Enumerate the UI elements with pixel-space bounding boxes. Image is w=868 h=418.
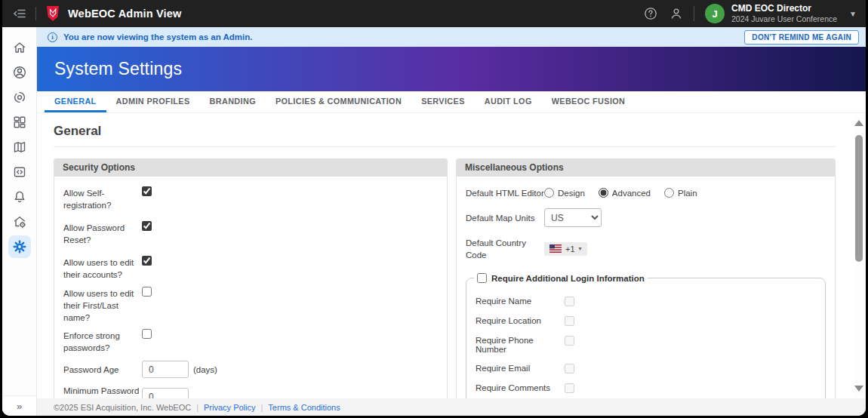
field-label: Require Name (476, 297, 565, 306)
copyright-text: ©2025 ESI Acquisition, Inc. WebEOC (54, 403, 191, 412)
require-login-info-group: Require Additional Login Information Req… (466, 273, 826, 398)
field-label: Password Age (63, 363, 142, 376)
fieldset-legend: Require Additional Login Information (491, 274, 645, 283)
field-label: Default HTML Editor (466, 186, 544, 199)
tab-general[interactable]: GENERAL (45, 91, 106, 112)
sidebar-expand-button[interactable]: » (2, 395, 36, 416)
admin-view-banner: i You are now viewing the system as an A… (37, 27, 866, 47)
require-name-checkbox (565, 297, 574, 306)
min-password-length-input[interactable] (142, 388, 189, 398)
html-editor-radio-group: Design Advanced Plain (544, 188, 697, 198)
panel-title: Security Options (54, 158, 448, 177)
tab-webeoc-fusion[interactable]: WEBEOC FUSION (542, 91, 636, 112)
field-label: Require Location (476, 316, 565, 326)
country-code-value: +1 (565, 244, 575, 254)
page-header: System Settings (37, 47, 866, 91)
account-circle-icon (12, 65, 27, 80)
bell-icon (12, 189, 27, 204)
radio-label: Plain (678, 189, 697, 198)
footer-separator: | (196, 403, 199, 412)
collapse-menu-button[interactable] (10, 4, 29, 23)
terms-conditions-link[interactable]: Terms & Conditions (268, 403, 340, 412)
house-gear-icon (12, 214, 27, 229)
allow-password-reset-checkbox[interactable] (142, 221, 152, 231)
chevron-down-icon: ▾ (579, 245, 582, 252)
content-area: General Security Options Allow Self-regi… (37, 113, 866, 398)
sidebar-item-plugins[interactable] (8, 161, 31, 183)
dont-remind-button[interactable]: DON'T REMIND ME AGAIN (744, 30, 859, 45)
enforce-strong-passwords-checkbox[interactable] (142, 329, 152, 339)
tab-audit-log[interactable]: AUDIT LOG (475, 91, 542, 112)
sidebar-item-boards[interactable] (8, 111, 31, 134)
field-label: Default Map Units (466, 211, 544, 224)
sidebar-item-incidents[interactable] (8, 86, 31, 109)
tab-admin-profiles[interactable]: ADMIN PROFILES (106, 91, 200, 112)
topbar-divider (35, 7, 36, 20)
editor-design-radio[interactable] (544, 188, 554, 198)
banner-message: You are now viewing the system as an Adm… (63, 32, 253, 41)
topbar-divider (694, 6, 694, 21)
footer-separator: | (261, 403, 263, 412)
field-label: Require Comments (476, 383, 565, 393)
code-box-icon (12, 164, 27, 180)
field-label: Allow Password Reset? (63, 221, 142, 246)
user-info[interactable]: CMD EOC Director 2024 Juvare User Confer… (731, 3, 837, 24)
field-label: Require Email (476, 364, 565, 373)
radio-label: Advanced (612, 189, 651, 198)
map-icon (12, 140, 27, 155)
tab-branding[interactable]: BRANDING (200, 91, 266, 112)
menu-open-icon (12, 6, 27, 21)
app-window: WebEOC Admin View J CMD EOC Director 20 (2, 0, 866, 416)
allow-edit-accounts-checkbox[interactable] (142, 256, 152, 266)
require-additional-login-checkbox[interactable] (477, 273, 487, 283)
sidebar-item-home-settings[interactable] (8, 211, 31, 233)
scroll-up-arrow-icon[interactable] (854, 120, 863, 126)
allow-edit-name-checkbox[interactable] (142, 287, 152, 297)
page-footer: ©2025 ESI Acquisition, Inc. WebEOC | Pri… (37, 398, 866, 416)
field-label: Allow users to edit their accounts? (63, 256, 142, 281)
user-organization: 2024 Juvare User Conference (731, 14, 837, 24)
user-name: CMD EOC Director (731, 3, 837, 14)
profile-button[interactable] (666, 4, 686, 23)
field-label: Allow users to edit their First/Last nam… (63, 287, 142, 324)
main-area: i You are now viewing the system as an A… (37, 27, 866, 416)
password-age-input[interactable] (142, 361, 189, 378)
security-options-panel: Security Options Allow Self-registration… (54, 158, 448, 398)
sidebar-item-account[interactable] (8, 61, 31, 84)
help-icon (644, 7, 657, 20)
map-units-select[interactable]: US (544, 208, 602, 227)
double-chevron-right-icon: » (17, 401, 22, 412)
help-button[interactable] (641, 4, 660, 23)
app-title: WebEOC Admin View (68, 8, 182, 20)
sidebar-item-home[interactable] (8, 36, 31, 59)
tab-policies-communication[interactable]: POLICIES & COMMUNICATION (266, 91, 411, 112)
tab-services[interactable]: SERVICES (411, 91, 475, 112)
sidebar-nav: » (2, 27, 37, 416)
gear-icon (12, 239, 27, 254)
info-icon: i (48, 32, 57, 42)
field-suffix: (days) (193, 365, 217, 374)
miscellaneous-options-panel: Miscellaneous Options Default HTML Edito… (456, 158, 836, 398)
section-title: General (54, 124, 836, 147)
scrollbar-thumb[interactable] (855, 135, 863, 262)
country-code-button[interactable]: +1 ▾ (544, 242, 587, 256)
field-label: Enforce strong passwords? (63, 329, 142, 354)
juvare-logo-icon (45, 5, 60, 22)
settings-tabs: GENERAL ADMIN PROFILES BRANDING POLICIES… (37, 91, 866, 113)
chevron-down-icon[interactable]: ▼ (849, 10, 857, 18)
editor-plain-radio[interactable] (664, 188, 674, 198)
privacy-policy-link[interactable]: Privacy Policy (204, 403, 255, 412)
scroll-down-arrow-icon[interactable] (854, 386, 863, 392)
vertical-scrollbar[interactable] (854, 115, 864, 396)
sidebar-item-maps[interactable] (8, 136, 31, 158)
allow-self-registration-checkbox[interactable] (142, 186, 152, 196)
radio-label: Design (558, 189, 585, 198)
editor-advanced-radio[interactable] (599, 188, 608, 198)
field-label: Default Country Code (466, 236, 544, 261)
sidebar-item-settings[interactable] (8, 235, 31, 258)
user-avatar[interactable]: J (705, 4, 725, 23)
field-label: Minimum Password Length (63, 384, 142, 398)
sidebar-item-notifications[interactable] (8, 186, 31, 208)
us-flag-icon (549, 244, 562, 253)
person-icon (669, 7, 683, 20)
